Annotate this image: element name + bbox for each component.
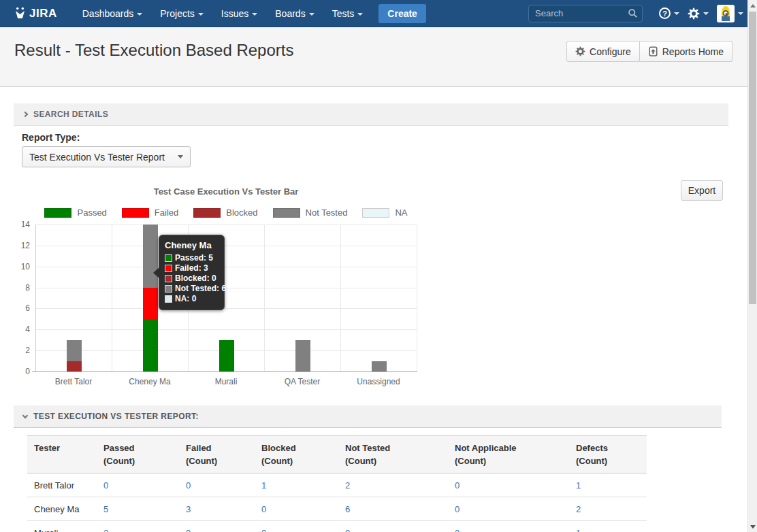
scroll-up-button[interactable] bbox=[748, 0, 757, 11]
count-link-not-tested[interactable]: 0 bbox=[345, 528, 350, 532]
legend-item-blocked: Blocked bbox=[193, 207, 257, 218]
count-link-blocked[interactable]: 0 bbox=[261, 504, 266, 514]
chevron-down-icon bbox=[22, 412, 28, 418]
y-tick-label: 0 bbox=[3, 367, 30, 376]
count-link-not-applicable[interactable]: 0 bbox=[455, 504, 460, 514]
tester-name-cell: Brett Talor bbox=[27, 473, 97, 497]
main-menu: DashboardsProjectsIssuesBoardsTests bbox=[74, 7, 372, 20]
nav-item-dashboards[interactable]: Dashboards bbox=[82, 8, 143, 19]
user-menu[interactable] bbox=[717, 5, 743, 22]
chevron-down-icon bbox=[178, 155, 183, 159]
gridline-horizontal bbox=[36, 225, 417, 225]
tester-name-cell: Murali bbox=[27, 521, 97, 532]
value-cell: 0 bbox=[179, 473, 255, 497]
search-details-toggle[interactable]: SEARCH DETAILS bbox=[14, 103, 728, 126]
value-cell: 0 bbox=[255, 521, 338, 532]
triangle-down-icon bbox=[750, 525, 756, 529]
column-title: Blocked bbox=[261, 442, 332, 454]
count-link-passed[interactable]: 5 bbox=[103, 504, 108, 514]
search-icon[interactable] bbox=[628, 8, 638, 18]
nav-item-boards[interactable]: Boards bbox=[275, 8, 314, 19]
gear-icon bbox=[688, 7, 700, 20]
count-link-failed[interactable]: 0 bbox=[186, 528, 191, 532]
y-tick-label: 12 bbox=[3, 241, 30, 250]
value-cell: 0 bbox=[179, 521, 255, 532]
tooltip-swatch bbox=[165, 254, 172, 262]
report-type-select[interactable]: Test Execution Vs Tester Report bbox=[22, 146, 191, 167]
column-header-blocked: Blocked(Count) bbox=[255, 436, 338, 473]
bar-segment-not-tested-unassigned[interactable] bbox=[372, 361, 387, 371]
column-title: Not Tested bbox=[345, 442, 441, 454]
column-title: Failed bbox=[186, 442, 248, 454]
legend-label: NA bbox=[395, 207, 407, 218]
count-link-not-applicable[interactable]: 0 bbox=[455, 480, 460, 491]
tester-name-cell: Cheney Ma bbox=[27, 497, 97, 521]
legend-swatch-failed bbox=[122, 208, 149, 218]
nav-item-tests[interactable]: Tests bbox=[332, 8, 364, 19]
bar-segment-passed-cheney-ma[interactable] bbox=[143, 319, 158, 371]
scroll-down-button[interactable] bbox=[748, 521, 757, 532]
count-link-blocked[interactable]: 1 bbox=[261, 480, 266, 491]
tooltip-row-label: Passed: 5 bbox=[175, 253, 213, 263]
legend-swatch-blocked bbox=[193, 208, 221, 218]
tooltip-swatch bbox=[165, 295, 172, 303]
x-axis-line bbox=[32, 371, 417, 372]
vertical-scrollbar[interactable] bbox=[747, 0, 757, 532]
column-title: Tester bbox=[34, 442, 90, 454]
report-type-value: Test Execution Vs Tester Report bbox=[29, 152, 165, 163]
count-link-blocked[interactable]: 0 bbox=[261, 528, 266, 532]
column-header-failed: Failed(Count) bbox=[179, 436, 255, 473]
count-link-defects[interactable]: 1 bbox=[576, 528, 581, 532]
column-title: Passed bbox=[103, 442, 172, 454]
count-link-not-applicable[interactable]: 0 bbox=[455, 528, 460, 532]
gridline-vertical bbox=[340, 225, 341, 371]
export-button[interactable]: Export bbox=[681, 180, 723, 201]
count-link-passed[interactable]: 0 bbox=[103, 480, 108, 491]
help-icon: ? bbox=[659, 7, 671, 19]
scrollbar-thumb[interactable] bbox=[749, 12, 756, 304]
bar-segment-passed-murali[interactable] bbox=[219, 340, 234, 371]
count-link-failed[interactable]: 0 bbox=[186, 480, 191, 491]
tooltip-swatch bbox=[165, 285, 172, 293]
help-menu[interactable]: ? bbox=[659, 7, 679, 19]
count-link-failed[interactable]: 3 bbox=[186, 504, 191, 514]
gridline-vertical bbox=[112, 225, 112, 371]
reports-home-button[interactable]: Reports Home bbox=[640, 41, 732, 62]
create-button[interactable]: Create bbox=[378, 4, 426, 23]
y-tick-label: 8 bbox=[3, 283, 30, 293]
count-link-defects[interactable]: 1 bbox=[576, 480, 581, 491]
count-link-passed[interactable]: 3 bbox=[103, 528, 108, 532]
count-link-defects[interactable]: 2 bbox=[576, 504, 581, 514]
table-row-murali: Murali300001 bbox=[27, 521, 647, 532]
chart-tooltip: Cheney Ma Passed: 5Failed: 3Blocked: 0No… bbox=[159, 235, 225, 310]
bar-segment-blocked-brett-talor[interactable] bbox=[67, 361, 82, 371]
column-subtitle: (Count) bbox=[261, 454, 332, 467]
report-section-toggle[interactable]: TEST EXECUTION VS TESTER REPORT: bbox=[14, 405, 722, 428]
tooltip-row: Failed: 3 bbox=[165, 263, 219, 273]
navbar-right: ? bbox=[528, 5, 747, 22]
count-link-not-tested[interactable]: 2 bbox=[345, 480, 350, 491]
bar-segment-not-tested-brett-talor[interactable] bbox=[67, 340, 82, 361]
triangle-up-icon bbox=[750, 4, 756, 7]
tooltip-row-label: Failed: 3 bbox=[175, 263, 208, 273]
nav-item-issues[interactable]: Issues bbox=[221, 8, 257, 19]
report-section-label: TEST EXECUTION VS TESTER REPORT: bbox=[33, 412, 199, 421]
nav-item-projects[interactable]: Projects bbox=[160, 8, 204, 19]
value-cell: 0 bbox=[448, 521, 569, 532]
reports-home-label: Reports Home bbox=[662, 46, 724, 57]
x-axis-label-unassigned: Unassigned bbox=[340, 377, 417, 386]
search-input[interactable] bbox=[528, 5, 643, 22]
bar-segment-failed-cheney-ma[interactable] bbox=[143, 288, 158, 319]
chevron-down-icon bbox=[703, 12, 709, 15]
jira-logo[interactable]: JIRA bbox=[14, 7, 57, 20]
gridline-horizontal bbox=[36, 246, 417, 246]
admin-menu[interactable] bbox=[688, 7, 709, 20]
count-link-not-tested[interactable]: 6 bbox=[345, 504, 350, 514]
value-cell: 2 bbox=[338, 473, 448, 497]
legend-swatch-na bbox=[362, 208, 389, 218]
chevron-down-icon bbox=[252, 13, 257, 16]
configure-button[interactable]: Configure bbox=[566, 41, 640, 62]
gridline-vertical bbox=[417, 225, 417, 371]
value-cell: 1 bbox=[569, 521, 647, 532]
bar-segment-not-tested-qa-tester[interactable] bbox=[295, 340, 310, 371]
